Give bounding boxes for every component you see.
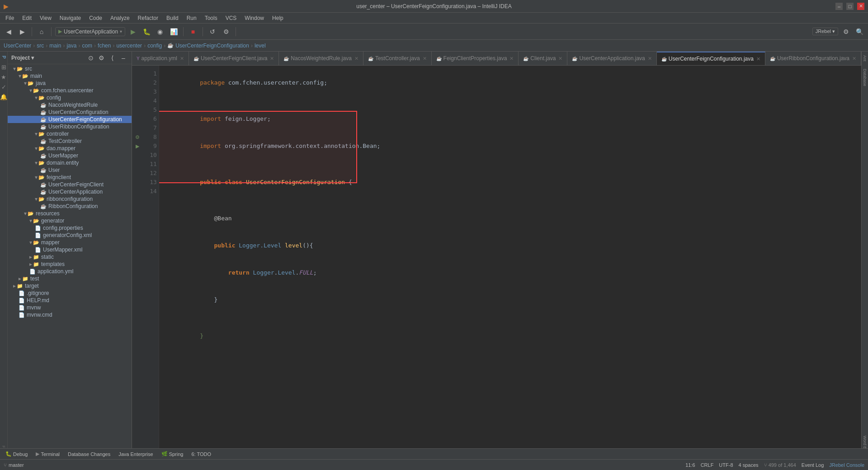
- tree-item-testcontroller[interactable]: ☕TestController: [8, 138, 132, 145]
- tab-close-active[interactable]: ✕: [756, 56, 760, 62]
- debug-tool-btn[interactable]: 🐛 Debug: [2, 450, 31, 458]
- indent-info[interactable]: 4 spaces: [739, 462, 759, 468]
- tree-item-feignclient[interactable]: ▾📂feignclient: [8, 174, 132, 181]
- tab-close-4[interactable]: ✕: [509, 56, 514, 62]
- bc-java[interactable]: java: [66, 43, 76, 49]
- tree-item-com.fchen.usercenter[interactable]: ▾📂com.fchen.usercenter: [8, 87, 132, 94]
- menu-tools[interactable]: Tools: [201, 14, 221, 22]
- tree-item-resources[interactable]: ▾📂resources: [8, 210, 132, 217]
- update-button[interactable]: ↺: [207, 26, 218, 38]
- tab-client[interactable]: ☕ Client.java ✕: [519, 52, 567, 65]
- menu-file[interactable]: File: [2, 14, 18, 22]
- tree-item-main[interactable]: ▾📂main: [8, 72, 132, 80]
- editor-content[interactable]: ⚙ ▶ 1 2 3 4 5 6 7 8 9 10 11 12 13 14: [132, 66, 861, 459]
- tree-item-user[interactable]: ☕User: [8, 166, 132, 174]
- tree-item-help.md[interactable]: 📄HELP.md: [8, 297, 132, 304]
- tree-item-userribbonconfiguration[interactable]: ☕UserRibbonConfiguration: [8, 123, 132, 130]
- minimize-button[interactable]: –: [835, 3, 843, 10]
- tab-usercenter-feign-client[interactable]: ☕ UserCenterFeignClient.java ✕: [189, 52, 279, 65]
- code-line-9[interactable]: public Logger.Level level(){: [165, 232, 856, 259]
- gutter-bean-icon[interactable]: ⚙: [132, 133, 143, 142]
- tab-usercenter-app[interactable]: ☕ UserCenterApplication.java ✕: [567, 52, 656, 65]
- tree-item-controller[interactable]: ▾📂controller: [8, 130, 132, 138]
- menu-code[interactable]: Code: [85, 14, 106, 22]
- tree-item-usermapper[interactable]: ☕UserMapper: [8, 152, 132, 159]
- tree-item-mapper[interactable]: ▾📂mapper: [8, 239, 132, 246]
- bc-fchen[interactable]: fchen: [98, 43, 111, 49]
- bc-src[interactable]: src: [37, 43, 44, 49]
- tab-close-3[interactable]: ✕: [423, 56, 427, 62]
- tab-close-2[interactable]: ✕: [354, 56, 359, 62]
- sidebar-expand-btn[interactable]: ⟨: [108, 53, 117, 62]
- tree-item-usermapper.xml[interactable]: 📄UserMapper.xml: [8, 246, 132, 253]
- debug-button[interactable]: 🐛: [141, 26, 152, 38]
- tab-close-1[interactable]: ✕: [270, 56, 274, 62]
- code-line-10[interactable]: return Logger.Level.FULL;: [165, 259, 856, 286]
- tree-item-generatorconfig.xml[interactable]: 📄generatorConfig.xml: [8, 232, 132, 239]
- bc-method[interactable]: level: [255, 43, 266, 49]
- tree-item-target[interactable]: ▸📁target: [8, 282, 132, 290]
- tab-close-yaml[interactable]: ✕: [180, 56, 184, 62]
- database-label[interactable]: Database: [862, 67, 868, 88]
- structure-icon[interactable]: ⊞: [0, 63, 7, 71]
- maximize-button[interactable]: □: [846, 3, 854, 10]
- tab-close-6[interactable]: ✕: [648, 56, 652, 62]
- tree-item-nacosweightedrule[interactable]: ☕NacosWeightedRule: [8, 101, 132, 109]
- tree-item-src[interactable]: ▾📂src: [8, 65, 132, 72]
- bc-config[interactable]: config: [147, 43, 162, 49]
- search-everywhere-button[interactable]: 🔍: [854, 26, 865, 38]
- tab-close-7[interactable]: ✕: [852, 56, 856, 62]
- encoding[interactable]: UTF-8: [719, 462, 733, 468]
- bc-usercenter[interactable]: UserCenter: [4, 43, 31, 49]
- menu-build[interactable]: Build: [163, 14, 182, 22]
- sidebar-hide-btn[interactable]: –: [119, 53, 128, 62]
- spring-tool-btn[interactable]: 🌿 Spring: [158, 450, 187, 458]
- sidebar-scope-btn[interactable]: ⊙: [86, 53, 95, 62]
- tree-item-usercenterconfiguration[interactable]: ☕UserCenterConfiguration: [8, 109, 132, 116]
- home-button[interactable]: ⌂: [36, 26, 47, 38]
- tree-item-usercenterapplication[interactable]: ☕UserCenterApplication: [8, 188, 132, 195]
- tree-item-dao.mapper[interactable]: ▾📂dao.mapper: [8, 145, 132, 152]
- menu-help[interactable]: Help: [269, 14, 287, 22]
- tab-feign-client-properties[interactable]: ☕ FeignClientProperties.java ✕: [432, 52, 519, 65]
- tab-application-yml[interactable]: Y application.yml ✕: [132, 52, 189, 65]
- tab-nacos-weighted-rule[interactable]: ☕ NacosWeightedRule.java ✕: [279, 52, 363, 65]
- tree-item-ribbonconfiguration[interactable]: ▾📂ribbonconfiguration: [8, 195, 132, 203]
- tree-item-test[interactable]: ▸📁test: [8, 275, 132, 282]
- run-config-selector[interactable]: ▶ UserCenterApplication ▾: [55, 27, 125, 36]
- menu-window[interactable]: Window: [241, 14, 268, 22]
- code-line-1[interactable]: package com.fchen.usercenter.config;: [165, 69, 856, 96]
- menu-view[interactable]: View: [36, 14, 55, 22]
- todo-tool-btn[interactable]: 6: TODO: [188, 451, 215, 458]
- menu-run[interactable]: Run: [183, 14, 200, 22]
- sdk-button[interactable]: ⚙: [220, 26, 232, 38]
- project-icon[interactable]: P: [0, 53, 7, 61]
- profile-button[interactable]: 📊: [168, 26, 179, 38]
- java-enterprise-tool-btn[interactable]: Java Enterprise: [115, 451, 156, 458]
- bc-usercenter2[interactable]: usercenter: [116, 43, 142, 49]
- todo-icon[interactable]: ✓: [0, 83, 7, 90]
- tree-item-ribbonconfiguration[interactable]: ☕RibbonConfiguration: [8, 203, 132, 210]
- settings-button[interactable]: ⚙: [840, 26, 852, 38]
- menu-vcs[interactable]: VCS: [222, 14, 241, 22]
- title-right[interactable]: – □ ✕: [835, 3, 864, 10]
- tree-item-config.properties[interactable]: 📄config.properties: [8, 224, 132, 232]
- tree-item-mvnw[interactable]: 📄mvnw: [8, 304, 132, 311]
- run-with-coverage[interactable]: ◉: [154, 26, 166, 38]
- jrebel-selector[interactable]: JRebel ▾: [812, 28, 838, 35]
- bookmarks-icon[interactable]: ★: [0, 73, 7, 81]
- ant-label[interactable]: Ant: [862, 53, 868, 63]
- bc-class[interactable]: UserCenterFeignConfiguration: [175, 43, 249, 49]
- code-line-4[interactable]: import org.springframework.context.annot…: [165, 133, 856, 160]
- tree-item-.gitignore[interactable]: 📄.gitignore: [8, 290, 132, 297]
- code-editor[interactable]: package com.fchen.usercenter.config; imp…: [159, 66, 861, 459]
- tab-userribbon-config[interactable]: ☕ UserRibbonConfiguration.java ✕: [765, 52, 861, 65]
- tab-usercenter-feign-config[interactable]: ☕ UserCenterFeignConfiguration.java ✕: [657, 52, 765, 65]
- code-line-8[interactable]: @Bean: [165, 205, 856, 232]
- bc-main[interactable]: main: [49, 43, 61, 49]
- tab-close-5[interactable]: ✕: [558, 56, 562, 62]
- bc-com[interactable]: com: [82, 43, 92, 49]
- code-line-13[interactable]: }: [165, 323, 856, 350]
- run-button[interactable]: ▶: [127, 26, 139, 38]
- tree-item-generator[interactable]: ▾📂generator: [8, 217, 132, 224]
